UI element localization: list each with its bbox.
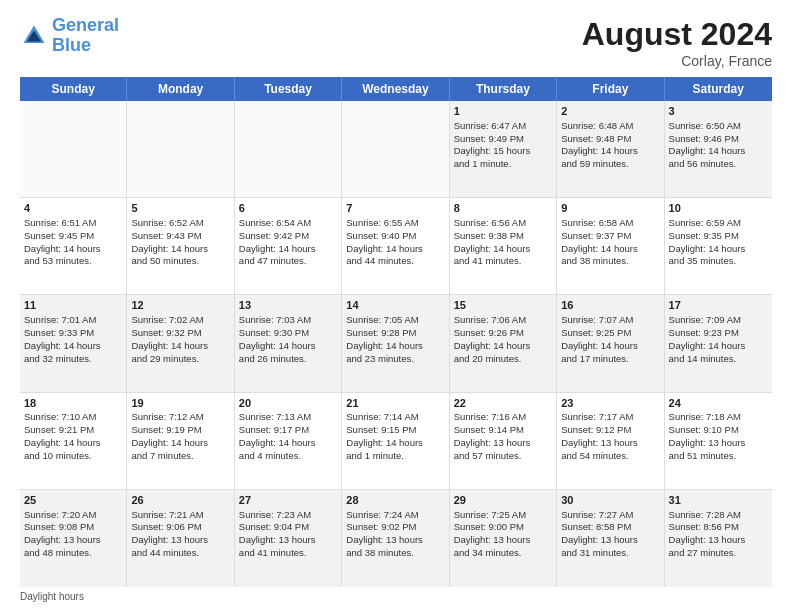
day-number: 16 bbox=[561, 298, 659, 313]
logo-icon bbox=[20, 22, 48, 50]
day-info: Sunrise: 6:54 AM Sunset: 9:42 PM Dayligh… bbox=[239, 217, 316, 266]
day-info: Sunrise: 6:56 AM Sunset: 9:38 PM Dayligh… bbox=[454, 217, 531, 266]
month-year: August 2024 bbox=[582, 16, 772, 53]
calendar-cell-20: 20Sunrise: 7:13 AM Sunset: 9:17 PM Dayli… bbox=[235, 393, 342, 489]
day-number: 27 bbox=[239, 493, 337, 508]
logo: General Blue bbox=[20, 16, 119, 56]
day-info: Sunrise: 7:20 AM Sunset: 9:08 PM Dayligh… bbox=[24, 509, 101, 558]
day-number: 30 bbox=[561, 493, 659, 508]
calendar-cell-23: 23Sunrise: 7:17 AM Sunset: 9:12 PM Dayli… bbox=[557, 393, 664, 489]
calendar-week-1: 1Sunrise: 6:47 AM Sunset: 9:49 PM Daylig… bbox=[20, 101, 772, 198]
calendar-cell-15: 15Sunrise: 7:06 AM Sunset: 9:26 PM Dayli… bbox=[450, 295, 557, 391]
day-number: 14 bbox=[346, 298, 444, 313]
calendar-cell-22: 22Sunrise: 7:16 AM Sunset: 9:14 PM Dayli… bbox=[450, 393, 557, 489]
calendar-cell-16: 16Sunrise: 7:07 AM Sunset: 9:25 PM Dayli… bbox=[557, 295, 664, 391]
calendar-cell-3: 3Sunrise: 6:50 AM Sunset: 9:46 PM Daylig… bbox=[665, 101, 772, 197]
day-info: Sunrise: 7:25 AM Sunset: 9:00 PM Dayligh… bbox=[454, 509, 531, 558]
day-info: Sunrise: 7:03 AM Sunset: 9:30 PM Dayligh… bbox=[239, 314, 316, 363]
day-info: Sunrise: 7:21 AM Sunset: 9:06 PM Dayligh… bbox=[131, 509, 208, 558]
calendar: Sunday Monday Tuesday Wednesday Thursday… bbox=[20, 77, 772, 587]
day-info: Sunrise: 7:12 AM Sunset: 9:19 PM Dayligh… bbox=[131, 411, 208, 460]
header-monday: Monday bbox=[127, 77, 234, 101]
day-info: Sunrise: 6:48 AM Sunset: 9:48 PM Dayligh… bbox=[561, 120, 638, 169]
calendar-week-4: 18Sunrise: 7:10 AM Sunset: 9:21 PM Dayli… bbox=[20, 393, 772, 490]
calendar-cell-14: 14Sunrise: 7:05 AM Sunset: 9:28 PM Dayli… bbox=[342, 295, 449, 391]
day-number: 31 bbox=[669, 493, 768, 508]
day-number: 22 bbox=[454, 396, 552, 411]
title-block: August 2024 Corlay, France bbox=[582, 16, 772, 69]
calendar-cell-21: 21Sunrise: 7:14 AM Sunset: 9:15 PM Dayli… bbox=[342, 393, 449, 489]
day-info: Sunrise: 7:16 AM Sunset: 9:14 PM Dayligh… bbox=[454, 411, 531, 460]
day-info: Sunrise: 6:52 AM Sunset: 9:43 PM Dayligh… bbox=[131, 217, 208, 266]
day-number: 8 bbox=[454, 201, 552, 216]
day-info: Sunrise: 6:51 AM Sunset: 9:45 PM Dayligh… bbox=[24, 217, 101, 266]
calendar-cell-30: 30Sunrise: 7:27 AM Sunset: 8:58 PM Dayli… bbox=[557, 490, 664, 587]
calendar-cell-4: 4Sunrise: 6:51 AM Sunset: 9:45 PM Daylig… bbox=[20, 198, 127, 294]
day-info: Sunrise: 7:01 AM Sunset: 9:33 PM Dayligh… bbox=[24, 314, 101, 363]
day-info: Sunrise: 7:27 AM Sunset: 8:58 PM Dayligh… bbox=[561, 509, 638, 558]
day-number: 6 bbox=[239, 201, 337, 216]
calendar-header: Sunday Monday Tuesday Wednesday Thursday… bbox=[20, 77, 772, 101]
day-info: Sunrise: 7:24 AM Sunset: 9:02 PM Dayligh… bbox=[346, 509, 423, 558]
calendar-body: 1Sunrise: 6:47 AM Sunset: 9:49 PM Daylig… bbox=[20, 101, 772, 587]
day-info: Sunrise: 6:47 AM Sunset: 9:49 PM Dayligh… bbox=[454, 120, 531, 169]
day-info: Sunrise: 6:59 AM Sunset: 9:35 PM Dayligh… bbox=[669, 217, 746, 266]
day-number: 12 bbox=[131, 298, 229, 313]
day-number: 18 bbox=[24, 396, 122, 411]
page: General Blue August 2024 Corlay, France … bbox=[0, 0, 792, 612]
day-info: Sunrise: 7:09 AM Sunset: 9:23 PM Dayligh… bbox=[669, 314, 746, 363]
calendar-cell-empty bbox=[342, 101, 449, 197]
calendar-cell-1: 1Sunrise: 6:47 AM Sunset: 9:49 PM Daylig… bbox=[450, 101, 557, 197]
calendar-cell-5: 5Sunrise: 6:52 AM Sunset: 9:43 PM Daylig… bbox=[127, 198, 234, 294]
day-info: Sunrise: 7:14 AM Sunset: 9:15 PM Dayligh… bbox=[346, 411, 423, 460]
day-number: 28 bbox=[346, 493, 444, 508]
day-info: Sunrise: 7:28 AM Sunset: 8:56 PM Dayligh… bbox=[669, 509, 746, 558]
day-number: 15 bbox=[454, 298, 552, 313]
day-number: 9 bbox=[561, 201, 659, 216]
calendar-cell-12: 12Sunrise: 7:02 AM Sunset: 9:32 PM Dayli… bbox=[127, 295, 234, 391]
day-number: 24 bbox=[669, 396, 768, 411]
day-info: Sunrise: 6:58 AM Sunset: 9:37 PM Dayligh… bbox=[561, 217, 638, 266]
calendar-cell-28: 28Sunrise: 7:24 AM Sunset: 9:02 PM Dayli… bbox=[342, 490, 449, 587]
day-info: Sunrise: 7:02 AM Sunset: 9:32 PM Dayligh… bbox=[131, 314, 208, 363]
day-number: 17 bbox=[669, 298, 768, 313]
day-number: 25 bbox=[24, 493, 122, 508]
calendar-week-5: 25Sunrise: 7:20 AM Sunset: 9:08 PM Dayli… bbox=[20, 490, 772, 587]
calendar-cell-18: 18Sunrise: 7:10 AM Sunset: 9:21 PM Dayli… bbox=[20, 393, 127, 489]
footer: Daylight hours bbox=[20, 591, 772, 602]
day-info: Sunrise: 7:07 AM Sunset: 9:25 PM Dayligh… bbox=[561, 314, 638, 363]
header-sunday: Sunday bbox=[20, 77, 127, 101]
calendar-cell-17: 17Sunrise: 7:09 AM Sunset: 9:23 PM Dayli… bbox=[665, 295, 772, 391]
location: Corlay, France bbox=[582, 53, 772, 69]
calendar-cell-31: 31Sunrise: 7:28 AM Sunset: 8:56 PM Dayli… bbox=[665, 490, 772, 587]
day-info: Sunrise: 7:13 AM Sunset: 9:17 PM Dayligh… bbox=[239, 411, 316, 460]
day-number: 7 bbox=[346, 201, 444, 216]
calendar-cell-13: 13Sunrise: 7:03 AM Sunset: 9:30 PM Dayli… bbox=[235, 295, 342, 391]
calendar-week-3: 11Sunrise: 7:01 AM Sunset: 9:33 PM Dayli… bbox=[20, 295, 772, 392]
calendar-cell-2: 2Sunrise: 6:48 AM Sunset: 9:48 PM Daylig… bbox=[557, 101, 664, 197]
day-info: Sunrise: 7:18 AM Sunset: 9:10 PM Dayligh… bbox=[669, 411, 746, 460]
day-number: 11 bbox=[24, 298, 122, 313]
calendar-cell-empty bbox=[20, 101, 127, 197]
day-number: 13 bbox=[239, 298, 337, 313]
day-number: 4 bbox=[24, 201, 122, 216]
calendar-week-2: 4Sunrise: 6:51 AM Sunset: 9:45 PM Daylig… bbox=[20, 198, 772, 295]
day-info: Sunrise: 7:05 AM Sunset: 9:28 PM Dayligh… bbox=[346, 314, 423, 363]
day-number: 20 bbox=[239, 396, 337, 411]
day-info: Sunrise: 6:50 AM Sunset: 9:46 PM Dayligh… bbox=[669, 120, 746, 169]
header-friday: Friday bbox=[557, 77, 664, 101]
calendar-cell-10: 10Sunrise: 6:59 AM Sunset: 9:35 PM Dayli… bbox=[665, 198, 772, 294]
calendar-cell-9: 9Sunrise: 6:58 AM Sunset: 9:37 PM Daylig… bbox=[557, 198, 664, 294]
calendar-cell-11: 11Sunrise: 7:01 AM Sunset: 9:33 PM Dayli… bbox=[20, 295, 127, 391]
logo-text: General Blue bbox=[52, 16, 119, 56]
calendar-cell-8: 8Sunrise: 6:56 AM Sunset: 9:38 PM Daylig… bbox=[450, 198, 557, 294]
header-wednesday: Wednesday bbox=[342, 77, 449, 101]
calendar-cell-25: 25Sunrise: 7:20 AM Sunset: 9:08 PM Dayli… bbox=[20, 490, 127, 587]
day-number: 10 bbox=[669, 201, 768, 216]
day-number: 3 bbox=[669, 104, 768, 119]
day-number: 2 bbox=[561, 104, 659, 119]
calendar-cell-29: 29Sunrise: 7:25 AM Sunset: 9:00 PM Dayli… bbox=[450, 490, 557, 587]
day-number: 21 bbox=[346, 396, 444, 411]
header-saturday: Saturday bbox=[665, 77, 772, 101]
day-number: 26 bbox=[131, 493, 229, 508]
